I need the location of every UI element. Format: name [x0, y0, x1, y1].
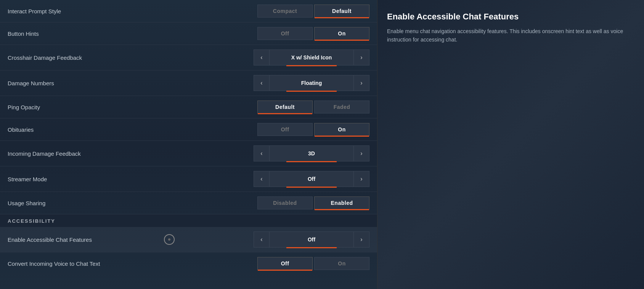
btn-ping-opacity-default[interactable]: Default	[257, 101, 313, 113]
arrow-left-crosshair-damage-feedback[interactable]: ‹	[254, 49, 270, 65]
btn-button-hints-off[interactable]: Off	[257, 27, 313, 40]
setting-row-interact-prompt-style: Interact Prompt StyleCompactDefault	[0, 0, 377, 22]
label-button-hints: Button Hints	[8, 30, 257, 37]
value-incoming-damage-feedback: 3D	[270, 145, 353, 161]
label-accessible-chat: Enable Accessible Chat Features	[8, 236, 254, 243]
btn-ping-opacity-faded[interactable]: Faded	[314, 101, 369, 113]
label-convert-voice: Convert Incoming Voice to Chat Text	[8, 260, 257, 267]
setting-row-incoming-damage-feedback: Incoming Damage Feedback‹3D›	[0, 141, 377, 166]
value-damage-numbers: Floating	[270, 75, 353, 91]
arrow-right-crosshair-damage-feedback[interactable]: ›	[353, 49, 369, 65]
label-interact-prompt-style: Interact Prompt Style	[8, 8, 257, 14]
accessibility-header-text: ACCESSIBILITY	[8, 218, 369, 224]
settings-list: Interact Prompt StyleCompactDefaultButto…	[0, 0, 377, 275]
label-usage-sharing: Usage Sharing	[8, 200, 257, 206]
btn-obituaries-off[interactable]: Off	[257, 123, 313, 136]
arrow-right-incoming-damage-feedback[interactable]: ›	[353, 145, 369, 161]
arrow-left-damage-numbers[interactable]: ‹	[254, 75, 270, 91]
label-damage-numbers: Damage Numbers	[8, 80, 254, 86]
value-accessible-chat: Off	[270, 232, 353, 247]
arrow-right-damage-numbers[interactable]: ›	[353, 75, 369, 91]
btn-convert-voice-on[interactable]: On	[314, 257, 369, 270]
btn-convert-voice-off[interactable]: Off	[257, 257, 313, 270]
info-title: Enable Accessible Chat Features	[387, 11, 634, 22]
arrow-left-incoming-damage-feedback[interactable]: ‹	[254, 145, 270, 161]
btn-obituaries-on[interactable]: On	[314, 123, 369, 136]
cursor-dot	[168, 238, 170, 241]
setting-row-streamer-mode: Streamer Mode‹Off›	[0, 166, 377, 192]
info-panel: Enable Accessible Chat Features Enable m…	[377, 0, 644, 289]
btn-interact-prompt-style-default[interactable]: Default	[314, 5, 369, 18]
setting-row-obituaries: ObituariesOffOn	[0, 118, 377, 141]
btn-usage-sharing-disabled[interactable]: Disabled	[257, 196, 313, 209]
btn-usage-sharing-enabled[interactable]: Enabled	[314, 196, 369, 209]
cursor-indicator	[164, 234, 175, 245]
btn-button-hints-on[interactable]: On	[314, 27, 369, 40]
arrow-right-streamer-mode[interactable]: ›	[353, 171, 369, 187]
setting-row-crosshair-damage-feedback: Crosshair Damage Feedback‹X w/ Shield Ic…	[0, 45, 377, 70]
setting-row-accessible-chat: Enable Accessible Chat Features‹Off›	[0, 227, 377, 252]
label-streamer-mode: Streamer Mode	[8, 176, 254, 182]
setting-row-usage-sharing: Usage SharingDisabledEnabled	[0, 192, 377, 214]
setting-row-ping-opacity: Ping OpacityDefaultFaded	[0, 96, 377, 118]
settings-panel: Interact Prompt StyleCompactDefaultButto…	[0, 0, 377, 289]
btn-interact-prompt-style-compact[interactable]: Compact	[257, 5, 313, 18]
setting-row-damage-numbers: Damage Numbers‹Floating›	[0, 70, 377, 96]
label-obituaries: Obituaries	[8, 126, 257, 133]
arrow-right-accessible-chat[interactable]: ›	[353, 232, 369, 247]
setting-row-convert-voice: Convert Incoming Voice to Chat TextOffOn	[0, 252, 377, 275]
label-ping-opacity: Ping Opacity	[8, 104, 257, 110]
info-description: Enable menu chat navigation accessibilit…	[387, 27, 634, 44]
setting-row-button-hints: Button HintsOffOn	[0, 22, 377, 45]
arrow-left-streamer-mode[interactable]: ‹	[254, 171, 270, 187]
label-incoming-damage-feedback: Incoming Damage Feedback	[8, 150, 254, 157]
arrow-left-accessible-chat[interactable]: ‹	[254, 232, 270, 247]
value-streamer-mode: Off	[270, 171, 353, 187]
label-crosshair-damage-feedback: Crosshair Damage Feedback	[8, 54, 254, 61]
accessibility-section-header: ACCESSIBILITY	[0, 214, 377, 227]
value-crosshair-damage-feedback: X w/ Shield Icon	[270, 49, 353, 65]
